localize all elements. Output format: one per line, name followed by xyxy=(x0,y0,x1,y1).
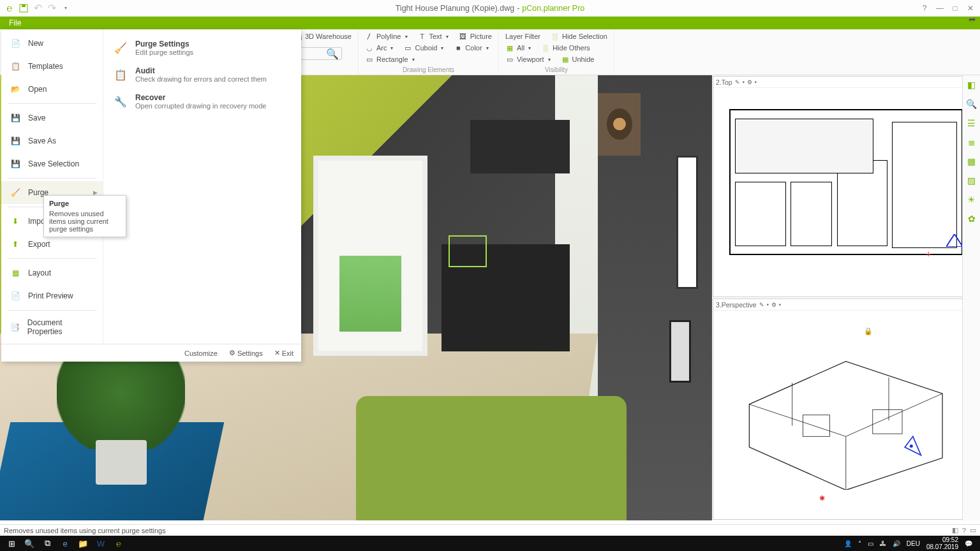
leaf-icon[interactable]: ✿ xyxy=(965,212,979,226)
status-icon-1[interactable]: ◧ xyxy=(952,526,958,534)
top-viewport-header: 2.Top ✎ • ⚙ • xyxy=(713,77,979,88)
undo-icon[interactable]: ↶ xyxy=(32,3,43,14)
file-menu-open[interactable]: 📂Open xyxy=(1,78,103,101)
svg-point-12 xyxy=(910,444,913,448)
file-menu-doc-properties[interactable]: 📑Document Properties xyxy=(1,313,103,341)
hide-selection-button[interactable]: ░Hide Selection xyxy=(548,31,610,42)
svg-rect-1 xyxy=(22,4,26,7)
file-menu-templates[interactable]: 📋Templates xyxy=(1,55,103,78)
purge-tooltip: Purge Removes unused items using current… xyxy=(43,195,126,237)
file-menu-new[interactable]: 📄New xyxy=(1,32,103,55)
maximize-button[interactable]: □ xyxy=(948,3,962,14)
file-menu-footer: Customize ⚙Settings ✕Exit xyxy=(1,344,301,362)
close-button[interactable]: ✕ xyxy=(963,3,977,14)
hatch-icon[interactable]: ▨ xyxy=(965,173,979,187)
explorer-icon[interactable]: 📁 xyxy=(74,536,92,551)
customize-button[interactable]: Customize xyxy=(179,347,223,359)
purge-settings-item[interactable]: 🧹 Purge SettingsEdit purge settings xyxy=(103,34,301,61)
arc-button[interactable]: ◡Arc▾ xyxy=(362,42,396,54)
viewport-button[interactable]: ▭Viewport▾ xyxy=(503,54,553,65)
gear-icon: ⚙ xyxy=(229,349,235,357)
sun-icon[interactable]: ☀ xyxy=(965,193,979,207)
edge-icon[interactable]: e xyxy=(56,536,74,551)
quick-access-toolbar: ℮ ↶ ↷ ▾ xyxy=(0,3,71,14)
search-icon[interactable]: 🔍 xyxy=(326,48,339,60)
tray-clock[interactable]: 09:52 08.07.2019 xyxy=(926,536,958,550)
recover-icon: 🔧 xyxy=(112,93,129,110)
hide-others-button[interactable]: ░Hide Others xyxy=(538,42,593,54)
tray-network-icon[interactable]: 🖧 xyxy=(880,540,886,547)
tray-volume-icon[interactable]: 🔊 xyxy=(893,540,900,547)
import-icon: ⬇ xyxy=(9,215,22,228)
gear-icon[interactable]: ⚙ xyxy=(771,302,776,308)
task-view-icon[interactable]: ⧉ xyxy=(38,536,56,551)
windows-start-icon[interactable]: ⊞ xyxy=(3,536,20,551)
file-menu-save-as[interactable]: 💾Save As xyxy=(1,129,103,152)
exit-button[interactable]: ✕Exit xyxy=(269,347,299,359)
perspective-viewport[interactable]: 3.Perspective ✎ • ⚙ • xyxy=(713,298,979,520)
polyline-button[interactable]: 〳Polyline▾ xyxy=(362,31,410,42)
recover-item[interactable]: 🔧 RecoverOpen corrupted drawing in recov… xyxy=(103,88,301,115)
perspective-viewport-header: 3.Perspective ✎ • ⚙ • xyxy=(713,299,979,311)
status-text: Removes unused items using current purge… xyxy=(4,527,166,534)
save-icon[interactable] xyxy=(18,3,29,14)
app-icon: ℮ xyxy=(4,3,15,14)
purge-icon: 🧹 xyxy=(9,186,22,199)
minimize-button[interactable]: — xyxy=(933,3,947,14)
selection-gizmo[interactable] xyxy=(449,235,487,267)
search-icon[interactable]: 🔍 xyxy=(20,536,38,551)
settings-button[interactable]: ⚙Settings xyxy=(224,347,268,359)
file-menu-left-column: 📄New 📋Templates 📂Open 💾Save 💾Save As 💾Sa… xyxy=(1,29,103,344)
audit-item[interactable]: 📋 AuditCheck drawing for errors and corr… xyxy=(103,61,301,88)
picture-button[interactable]: 🖼Picture xyxy=(456,31,494,42)
all-button[interactable]: ▦All▾ xyxy=(503,42,533,54)
file-menu-save[interactable]: 💾Save xyxy=(1,107,103,129)
layer-filter-button[interactable]: Layer Filter xyxy=(503,31,543,42)
tray-battery-icon[interactable]: ▭ xyxy=(868,540,873,547)
share-icon[interactable]: ➦ xyxy=(969,14,976,24)
right-viewports: 2.Top ✎ • ⚙ • + xyxy=(712,75,980,520)
tray-chevron-icon[interactable]: ˄ xyxy=(858,540,861,547)
word-icon[interactable]: W xyxy=(92,536,110,551)
status-icon-2[interactable]: ? xyxy=(962,527,966,534)
pencil-icon[interactable]: ✎ xyxy=(735,79,740,85)
tray-notifications-icon[interactable]: 💬 xyxy=(965,540,972,547)
gear-icon[interactable]: ⚙ xyxy=(747,79,752,85)
properties-icon: 📑 xyxy=(9,321,21,334)
color-icon: ■ xyxy=(454,43,463,52)
file-tab[interactable]: File xyxy=(0,17,30,29)
file-menu-save-selection[interactable]: 💾Save Selection xyxy=(1,152,103,175)
picture-icon: 🖼 xyxy=(459,32,468,41)
list-icon[interactable]: ☰ xyxy=(965,116,979,130)
svg-marker-2 xyxy=(946,234,963,247)
color-button[interactable]: ■Color▾ xyxy=(451,42,491,54)
cuboid-button[interactable]: ▭Cuboid▾ xyxy=(401,42,446,54)
magnify-icon[interactable]: 🔍 xyxy=(965,97,979,111)
pencil-icon[interactable]: ✎ xyxy=(759,302,764,308)
tray-people-icon[interactable]: 👤 xyxy=(844,540,852,547)
status-icon-3[interactable]: ▭ xyxy=(970,526,976,534)
layers-icon[interactable]: ≣ xyxy=(965,135,979,149)
viewport-icon: ▭ xyxy=(505,55,514,64)
text-button[interactable]: TText▾ xyxy=(415,31,451,42)
right-toolbar: ◧ 🔍 ☰ ≣ ▦ ▨ ☀ ✿ xyxy=(962,75,980,520)
tray-lang[interactable]: DEU xyxy=(907,540,920,547)
file-menu-layout[interactable]: ▦Layout xyxy=(1,261,103,284)
rectangle-icon: ▭ xyxy=(365,55,374,64)
top-viewport[interactable]: 2.Top ✎ • ⚙ • + xyxy=(713,76,979,297)
open-icon: 📂 xyxy=(9,83,22,96)
grid-icon[interactable]: ▦ xyxy=(965,154,979,168)
help-icon[interactable]: ? xyxy=(917,3,932,14)
file-menu-print-preview[interactable]: 📄Print Preview xyxy=(1,284,103,307)
hide-others-icon: ░ xyxy=(541,43,550,52)
viewport-label-top: 2.Top xyxy=(716,78,732,86)
cube-icon[interactable]: ◧ xyxy=(965,78,979,92)
all-icon: ▦ xyxy=(505,43,514,52)
file-tab-strip: File xyxy=(0,17,980,29)
ribbon-group-label-drawing: Drawing Elements xyxy=(362,65,494,73)
redo-icon[interactable]: ↷ xyxy=(46,3,57,14)
rectangle-button[interactable]: ▭Rectangle▾ xyxy=(362,54,417,65)
unhide-button[interactable]: ▦Unhide xyxy=(558,54,597,65)
qat-dropdown-icon[interactable]: ▾ xyxy=(60,3,71,14)
pcon-icon[interactable]: ℮ xyxy=(110,536,128,551)
